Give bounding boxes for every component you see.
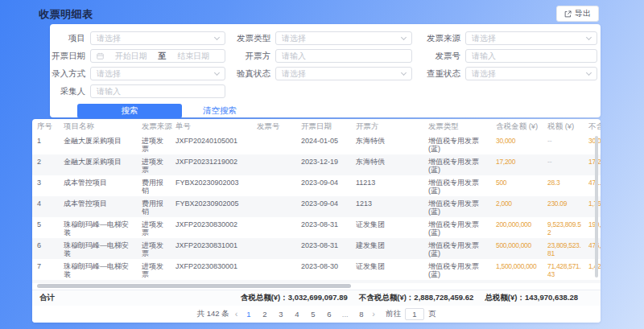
- cell-order-no: FYBX20230902005: [172, 196, 254, 217]
- cell-issuer: 1213: [353, 196, 425, 217]
- cell-invoice-no: [254, 238, 298, 259]
- input-issuer-field[interactable]: [282, 51, 406, 60]
- cell-invoice-type: 增值税专用发票(蓝): [425, 196, 493, 217]
- table-row[interactable]: 6珠穆朗玛峰—电梯安装进项发票JXFP202308310012023-08-31…: [32, 238, 601, 259]
- filter-label-verify-status: 验真状态: [230, 68, 270, 80]
- cell-amount-incl-tax: 1,500,000,000: [493, 259, 544, 280]
- page-button-6[interactable]: 6: [324, 310, 334, 319]
- cell-tax-amount: 9,523,809.52: [544, 217, 585, 238]
- cell-amount-incl-tax: 2,000: [493, 196, 544, 217]
- filter-rows: 项目请选择发票类型请选择发票来源请选择开票日期开始日期至结束日期开票方发票号录入…: [50, 31, 601, 98]
- filter-label-project: 项目: [50, 33, 85, 44]
- cell-no: 3: [32, 175, 60, 196]
- table-row[interactable]: 4成本管控项目费用报销FYBX202309020052023-09-041213…: [32, 196, 601, 217]
- filter-row: 开票日期开始日期至结束日期开票方发票号: [50, 49, 601, 63]
- cell-project-name: 成本管控项目: [60, 196, 138, 217]
- cell-invoice-source: 进项发票: [138, 217, 172, 238]
- table-row[interactable]: 1金融大厦采购项目进项发票JXFP202401050012024-01-05东海…: [32, 134, 601, 154]
- page-button-5[interactable]: 5: [308, 310, 318, 319]
- cell-amount-excl-tax: 190,476,190.48: [585, 217, 601, 238]
- input-collector[interactable]: [90, 84, 225, 98]
- column-header-6: 开票方: [353, 121, 425, 132]
- cell-invoice-source: 费用报销: [138, 175, 172, 196]
- filter-label-entry-method: 录入方式: [50, 68, 85, 80]
- export-button[interactable]: 导出: [556, 6, 599, 22]
- cell-invoice-type: 增值税专用发票(蓝): [425, 134, 493, 154]
- vertical-scrollbar-thumb[interactable]: [595, 136, 598, 278]
- cell-amount-incl-tax: 500: [493, 175, 544, 196]
- page-button-8[interactable]: 8: [356, 310, 366, 319]
- cell-no: 5: [32, 217, 60, 238]
- cell-order-no: JXFP20230830002: [172, 217, 254, 238]
- daterange-invoice-date[interactable]: 开始日期至结束日期: [90, 49, 225, 63]
- page-button-2[interactable]: 2: [259, 310, 270, 319]
- input-issuer[interactable]: [275, 49, 412, 63]
- pagination-ellipsis: ...: [340, 310, 350, 319]
- input-collector-field[interactable]: [97, 87, 219, 96]
- cell-project-name: 珠穆朗玛峰—电梯安装: [60, 238, 138, 259]
- select-invoice-type[interactable]: 请选择: [275, 31, 412, 45]
- select-dup-check-status[interactable]: 请选择: [465, 67, 597, 80]
- select-invoice-source[interactable]: 请选择: [465, 31, 597, 45]
- table-row[interactable]: 5珠穆朗玛峰—电梯安装进项发票JXFP202308300022023-08-31…: [32, 217, 601, 238]
- chevron-down-icon: [401, 35, 407, 40]
- clear-search-button[interactable]: 清空搜索: [203, 105, 237, 117]
- placeholder-text: 请选择: [282, 33, 398, 44]
- page-button-1[interactable]: 1: [243, 310, 254, 319]
- column-header-2: 发票来源: [138, 121, 172, 132]
- next-page-button[interactable]: ›: [372, 310, 375, 319]
- column-header-5: 开票日期: [298, 121, 353, 132]
- page-button-3[interactable]: 3: [275, 310, 286, 319]
- table-row[interactable]: 7珠穆朗玛峰—电梯安装进项发票JXFP202308300012023-08-30…: [32, 259, 601, 280]
- cell-project-name: 成本管控项目: [60, 175, 138, 196]
- cell-tax-amount: --: [544, 154, 585, 175]
- cell-tax-amount: 28.3: [544, 175, 585, 196]
- horizontal-scrollbar-thumb[interactable]: [37, 284, 351, 288]
- table-row[interactable]: 3成本管控项目费用报销FYBX202309020032023-09-041121…: [32, 175, 601, 196]
- cell-no: 1: [32, 134, 60, 154]
- filter-label-invoice-date: 开票日期: [50, 51, 85, 62]
- table-row[interactable]: 2金融大厦采购项目进项发票JXFP202312190022023-12-19东海…: [32, 154, 601, 175]
- cell-invoice-no: [254, 134, 298, 154]
- filter-label-collector: 采集人: [50, 86, 85, 97]
- summary-label: 合计: [32, 293, 55, 303]
- input-invoice-no-field[interactable]: [472, 51, 591, 60]
- prev-page-button[interactable]: ‹: [235, 310, 238, 319]
- cell-invoice-no: [254, 259, 298, 280]
- cell-invoice-source: 进项发票: [138, 134, 172, 154]
- filter-label-dup-check-status: 查重状态: [417, 68, 460, 80]
- summary-row: 合计 含税总额(¥)：3,032,699,097.89不含税总额(¥)：2,88…: [32, 290, 601, 306]
- cell-tax-amount: 23,809,523.81: [544, 238, 585, 259]
- cell-tax-amount: --: [544, 134, 585, 154]
- input-invoice-no[interactable]: [465, 49, 597, 63]
- select-project[interactable]: 请选择: [90, 31, 225, 45]
- summary-item-value: 143,970,638.28: [525, 293, 578, 302]
- column-header-1: 项目名称: [60, 121, 138, 132]
- cell-tax-amount: 71,428,571.43: [544, 259, 585, 280]
- filter-label-issuer: 开票方: [230, 51, 270, 62]
- cell-order-no: FYBX20230902003: [172, 175, 254, 196]
- cell-issuer: 证发集团: [353, 217, 425, 238]
- summary-totals: 含税总额(¥)：3,032,699,097.89不含税总额(¥)：2,888,7…: [241, 293, 601, 303]
- page-button-4[interactable]: 4: [291, 310, 302, 319]
- goto-page-input[interactable]: [405, 308, 424, 320]
- select-verify-status[interactable]: 请选择: [275, 67, 412, 80]
- placeholder-text: 请选择: [472, 68, 584, 80]
- calendar-icon: [97, 52, 104, 60]
- search-button[interactable]: 搜索: [77, 104, 182, 118]
- cell-invoice-no: [254, 196, 298, 217]
- select-entry-method[interactable]: 请选择: [90, 67, 225, 80]
- invoice-table: 序号项目名称发票来源单号发票号开票日期开票方发票类型含税金额 (¥)税额 (¥)…: [32, 119, 601, 283]
- goto-label: 前往: [386, 309, 401, 319]
- cell-project-name: 金融大厦采购项目: [60, 134, 138, 154]
- horizontal-scrollbar: [32, 283, 601, 290]
- cell-issuer: 证发集团: [353, 259, 425, 280]
- cell-project-name: 金融大厦采购项目: [60, 154, 138, 175]
- table-header-row: 序号项目名称发票来源单号发票号开票日期开票方发票类型含税金额 (¥)税额 (¥)…: [32, 119, 601, 134]
- summary-item-label: 含税总额(¥)：: [241, 293, 288, 302]
- cell-invoice-source: 费用报销: [138, 196, 172, 217]
- column-header-3: 单号: [172, 121, 254, 132]
- summary-item-value: 2,888,728,459.62: [414, 293, 473, 302]
- cell-issuer: 建发集团: [353, 238, 425, 259]
- chevron-down-icon: [214, 35, 220, 40]
